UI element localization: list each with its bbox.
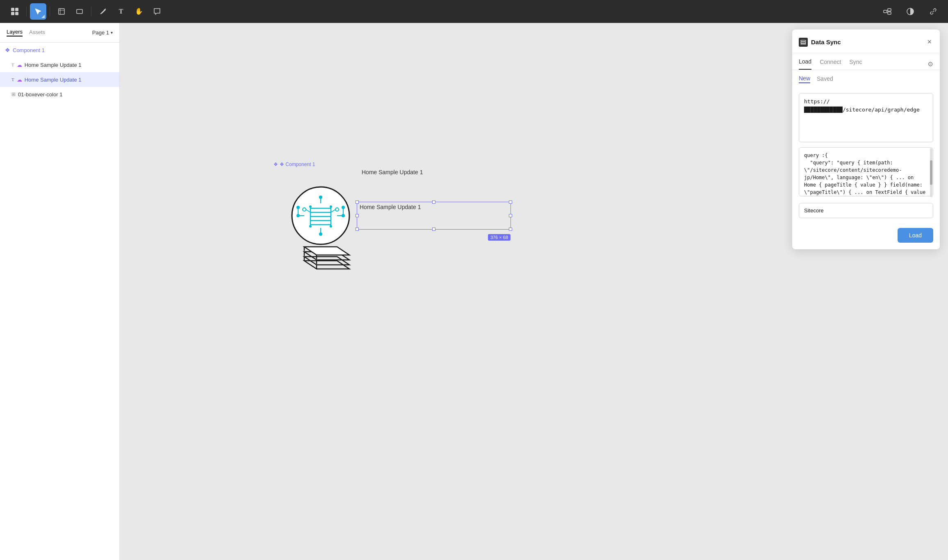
svg-point-36 [330, 205, 332, 208]
component-icon: ❖ [5, 47, 10, 53]
layer-component1[interactable]: ❖ Component 1 [0, 43, 119, 57]
toolbar-right [879, 3, 941, 20]
theme-toggle-button[interactable] [902, 3, 918, 20]
query-input[interactable]: query :{ "query": "query { item(path: \"… [799, 147, 933, 196]
select-tool-button[interactable] [30, 3, 46, 20]
subtab-new[interactable]: New [799, 75, 810, 83]
handle-tr[interactable] [509, 200, 512, 204]
svg-rect-2 [11, 12, 14, 15]
panel-header: Data Sync × [792, 30, 940, 53]
svg-point-25 [319, 196, 322, 199]
link-button[interactable] [925, 3, 941, 20]
handle-tm[interactable] [432, 200, 435, 204]
text-icon: T [11, 62, 14, 67]
svg-point-27 [319, 232, 322, 236]
panel-title: Data Sync [799, 38, 925, 47]
size-badge: 376 × 68 [488, 234, 510, 241]
shape-tool-button[interactable] [71, 3, 88, 20]
panel-content: https://████████████/sitecore/api/graph/… [792, 88, 940, 223]
circuit-logo [280, 179, 362, 279]
query-container: query :{ "query": "query { item(path: \"… [799, 147, 933, 198]
scrollbar-thumb [930, 160, 932, 185]
panel-subtabs: New Saved [792, 70, 940, 88]
panel-footer: Load [792, 223, 940, 249]
layers-tab[interactable]: Layers [7, 29, 23, 36]
plugin-icon-selected: ☁ [17, 77, 22, 83]
svg-point-37 [309, 225, 312, 228]
panel-tabs: Load Connect Sync ⚙ [792, 53, 940, 70]
layer-text2[interactable]: T ☁ Home Sample Update 1 [0, 72, 119, 87]
layer-label-selected: Home Sample Update 1 [25, 77, 82, 83]
svg-rect-9 [884, 10, 887, 13]
hand-tool-button[interactable]: ✋ [131, 3, 147, 20]
canvas-area[interactable]: ❖ ❖ Component 1 [120, 23, 948, 560]
db-icon [799, 38, 808, 47]
main-layout: Layers Assets Page 1 ▾ ❖ Component 1 T ☁… [0, 23, 948, 560]
panel-close-button[interactable]: × [925, 36, 933, 48]
svg-rect-3 [15, 12, 18, 15]
pen-tool-button[interactable] [95, 3, 111, 20]
svg-rect-1 [15, 8, 18, 11]
sitecore-input[interactable] [799, 203, 933, 218]
svg-point-19 [296, 206, 300, 209]
component-icon-button[interactable] [879, 3, 896, 20]
separator [26, 7, 27, 16]
component-canvas-label: ❖ ❖ Component 1 [273, 162, 315, 167]
selected-text-box[interactable]: Home Sample Update 1 376 × 68 [357, 202, 511, 230]
layer-image1[interactable]: ⊞ 01-boxever-color 1 [0, 87, 119, 102]
layer-label: Component 1 [13, 47, 45, 53]
toolbar: T ✋ [0, 0, 948, 23]
separator2 [50, 7, 50, 16]
frame-tool-button[interactable] [53, 3, 70, 20]
handle-ml[interactable] [356, 214, 359, 217]
svg-point-38 [330, 225, 332, 228]
svg-rect-53 [801, 40, 806, 41]
load-button[interactable]: Load [898, 228, 933, 243]
handle-br[interactable] [509, 228, 512, 231]
url-input[interactable]: https://████████████/sitecore/api/graph/… [799, 93, 933, 142]
app-menu-button[interactable] [7, 3, 23, 20]
comment-tool-button[interactable] [149, 3, 165, 20]
settings-icon[interactable]: ⚙ [927, 60, 933, 68]
svg-rect-10 [888, 9, 891, 11]
tab-connect[interactable]: Connect [820, 59, 841, 69]
layer-label: Home Sample Update 1 [25, 62, 82, 68]
sidebar: Layers Assets Page 1 ▾ ❖ Component 1 T ☁… [0, 23, 120, 560]
svg-rect-0 [11, 8, 14, 11]
svg-rect-7 [77, 9, 82, 14]
svg-rect-11 [888, 12, 891, 14]
toolbar-left: T ✋ [7, 3, 876, 20]
svg-point-23 [342, 206, 345, 209]
tab-load[interactable]: Load [799, 58, 811, 70]
query-scrollbar[interactable] [930, 148, 932, 197]
image-icon: ⊞ [11, 91, 16, 97]
tab-sync[interactable]: Sync [849, 59, 862, 69]
subtab-saved[interactable]: Saved [817, 75, 833, 83]
text-tool-button[interactable]: T [113, 3, 129, 20]
handle-bl[interactable] [356, 228, 359, 231]
svg-point-8 [104, 9, 105, 10]
svg-rect-4 [59, 9, 64, 14]
text-icon: T [11, 77, 14, 82]
handle-tl[interactable] [356, 200, 359, 204]
handle-bm[interactable] [432, 228, 435, 231]
handle-mr[interactable] [509, 214, 512, 217]
svg-marker-52 [304, 247, 349, 255]
layer-text1[interactable]: T ☁ Home Sample Update 1 [0, 57, 119, 72]
svg-rect-54 [801, 42, 806, 43]
page-selector[interactable]: Page 1 ▾ [92, 30, 113, 36]
sidebar-header: Layers Assets Page 1 ▾ [0, 23, 119, 43]
svg-point-35 [309, 205, 312, 208]
separator3 [91, 7, 91, 16]
component-diamond-icon: ❖ [273, 162, 278, 167]
plugin-icon: ☁ [17, 62, 22, 68]
assets-tab[interactable]: Assets [29, 29, 45, 36]
page-chevron-icon: ▾ [111, 30, 113, 35]
layer-label: 01-boxever-color 1 [18, 91, 62, 98]
canvas-text-unselected: Home Sample Update 1 [362, 169, 423, 175]
data-sync-panel: Data Sync × Load Connect Sync ⚙ New Save… [792, 30, 940, 249]
svg-rect-55 [801, 43, 806, 44]
